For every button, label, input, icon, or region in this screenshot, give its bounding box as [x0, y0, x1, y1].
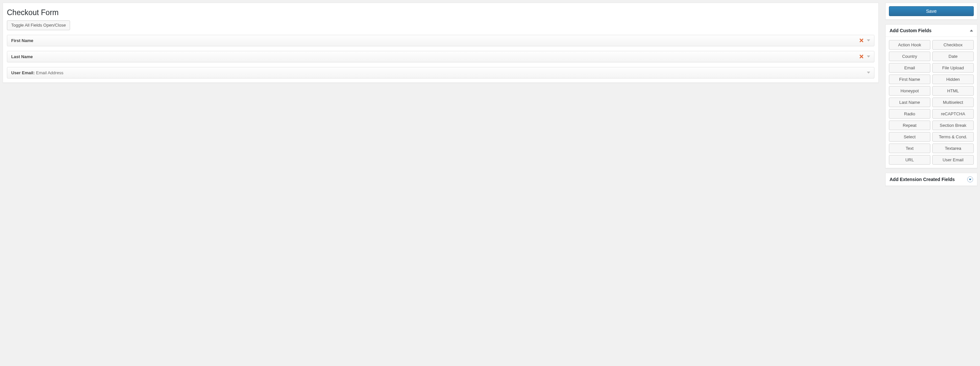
custom-fields-grid: Action HookCheckboxCountryDateEmailFile … [889, 40, 974, 165]
delete-icon[interactable] [859, 38, 864, 43]
field-bar-icons [859, 38, 870, 43]
delete-icon[interactable] [859, 54, 864, 59]
sidebar: Save Add Custom Fields Action HookCheckb… [885, 3, 977, 186]
add-field-textarea[interactable]: Textarea [932, 144, 974, 153]
add-field-country[interactable]: Country [889, 52, 930, 61]
add-field-repeat[interactable]: Repeat [889, 120, 930, 130]
form-field-bar[interactable]: First Name [7, 35, 875, 46]
add-field-section-break[interactable]: Section Break [932, 120, 974, 130]
chevron-down-icon[interactable] [867, 40, 870, 41]
form-field-bar[interactable]: User Email: Email Address [7, 67, 875, 79]
add-custom-fields-header[interactable]: Add Custom Fields [886, 25, 977, 37]
chevron-up-icon [970, 30, 973, 32]
field-label: Last Name [11, 54, 33, 59]
main-panel: Checkout Form Toggle All Fields Open/Clo… [3, 3, 879, 83]
field-label: First Name [11, 38, 33, 43]
add-field-honeypot[interactable]: Honeypot [889, 86, 930, 96]
add-field-text[interactable]: Text [889, 144, 930, 153]
add-field-last-name[interactable]: Last Name [889, 98, 930, 107]
add-field-html[interactable]: HTML [932, 86, 974, 96]
toggle-all-fields-button[interactable]: Toggle All Fields Open/Close [7, 21, 70, 30]
field-suffix: Email Address [36, 70, 64, 75]
add-field-action-hook[interactable]: Action Hook [889, 40, 930, 50]
chevron-down-icon [967, 176, 973, 182]
page-title: Checkout Form [7, 8, 875, 17]
form-field-bar[interactable]: Last Name [7, 51, 875, 62]
add-extension-fields-panel[interactable]: Add Extension Created Fields [885, 173, 977, 186]
save-button[interactable]: Save [889, 6, 974, 16]
add-custom-fields-title: Add Custom Fields [889, 28, 932, 33]
add-field-radio[interactable]: Radio [889, 109, 930, 119]
add-field-file-upload[interactable]: File Upload [932, 63, 974, 73]
add-field-select[interactable]: Select [889, 132, 930, 142]
add-field-hidden[interactable]: Hidden [932, 74, 974, 84]
add-field-checkbox[interactable]: Checkbox [932, 40, 974, 50]
add-field-email[interactable]: Email [889, 63, 930, 73]
add-field-date[interactable]: Date [932, 52, 974, 61]
field-label: User Email: [11, 70, 35, 75]
add-custom-fields-panel: Add Custom Fields Action HookCheckboxCou… [885, 24, 977, 168]
add-field-user-email[interactable]: User Email [932, 155, 974, 165]
save-panel: Save [885, 3, 977, 20]
add-field-url[interactable]: URL [889, 155, 930, 165]
form-field-list: First NameLast NameUser Email: Email Add… [7, 35, 875, 79]
field-bar-icons [859, 54, 870, 59]
field-bar-icons [867, 71, 870, 74]
chevron-down-icon[interactable] [867, 55, 870, 57]
chevron-down-icon[interactable] [867, 71, 870, 74]
add-extension-fields-title: Add Extension Created Fields [889, 177, 955, 182]
add-field-multiselect[interactable]: Multiselect [932, 98, 974, 107]
add-field-terms-cond-[interactable]: Terms & Cond. [932, 132, 974, 142]
add-field-recaptcha[interactable]: reCAPTCHA [932, 109, 974, 119]
add-field-first-name[interactable]: First Name [889, 74, 930, 84]
